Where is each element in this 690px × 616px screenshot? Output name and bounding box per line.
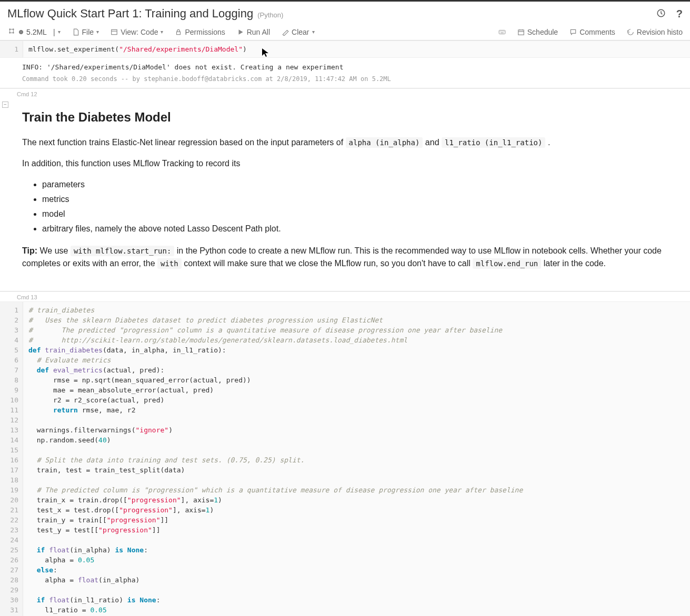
attach-icon bbox=[7, 27, 16, 37]
markdown-content[interactable]: Train the Diabetes Model The next functi… bbox=[0, 98, 690, 291]
inline-code: mlflow.end_run bbox=[473, 258, 541, 269]
revision-history-button[interactable]: Revision histo bbox=[627, 28, 683, 36]
clock-icon[interactable] bbox=[656, 8, 666, 19]
paragraph: In addition, this function uses MLflow T… bbox=[22, 157, 668, 170]
clear-menu[interactable]: Clear▾ bbox=[282, 28, 314, 36]
cluster-name: 5.2ML bbox=[26, 28, 47, 36]
paragraph: The next function trains Elastic-Net lin… bbox=[22, 136, 668, 149]
inline-code: with mlflow.start_run: bbox=[71, 246, 174, 256]
list-item: model bbox=[42, 208, 668, 220]
status-dot bbox=[19, 30, 23, 34]
inline-code: alpha (in_alpha) bbox=[346, 137, 423, 148]
cell-12: − Train the Diabetes Model The next func… bbox=[0, 98, 690, 291]
code-body[interactable]: # train_diabetes# Uses the sklearn Diabe… bbox=[23, 302, 690, 616]
permissions-button[interactable]: Permissions bbox=[175, 28, 225, 36]
cell-13: 1234567891011121314151617181920212223242… bbox=[0, 301, 690, 616]
inline-code: l1_ratio (in_l1_ratio) bbox=[442, 137, 545, 148]
svg-rect-7 bbox=[499, 30, 505, 34]
notebook-language: (Python) bbox=[257, 11, 283, 19]
inline-code: with bbox=[157, 258, 182, 269]
list-item: metrics bbox=[42, 193, 668, 206]
svg-rect-5 bbox=[112, 29, 117, 34]
svg-rect-8 bbox=[518, 29, 524, 34]
section-heading: Train the Diabetes Model bbox=[22, 108, 668, 127]
line-gutter: 1 bbox=[0, 41, 23, 57]
cmd-label-13: Cmd 13 bbox=[0, 291, 690, 301]
cell-11: 1 mlflow.set_experiment("/Shared/experim… bbox=[0, 41, 690, 88]
help-icon[interactable]: ? bbox=[676, 8, 683, 20]
cell-output: INFO: '/Shared/experiments/DiaModel' doe… bbox=[0, 58, 690, 73]
cluster-attach[interactable]: 5.2ML bbox=[7, 27, 47, 37]
list-item: arbitrary files, namely the above noted … bbox=[42, 223, 668, 235]
cell-meta: Command took 0.20 seconds -- by stephani… bbox=[0, 73, 690, 88]
svg-rect-6 bbox=[177, 32, 181, 34]
cmd-label-12: Cmd 12 bbox=[0, 88, 690, 98]
comments-button[interactable]: Comments bbox=[569, 28, 615, 36]
tip-paragraph: Tip: We use with mlflow.start_run: in th… bbox=[22, 245, 668, 270]
run-all-button[interactable]: Run All bbox=[237, 28, 270, 36]
detach-dropdown[interactable]: | ▾ bbox=[53, 28, 61, 36]
title-bar: MLflow Quick Start Part 1: Training and … bbox=[0, 0, 690, 25]
code-editor[interactable]: 1234567891011121314151617181920212223242… bbox=[0, 301, 690, 616]
code-body[interactable]: mlflow.set_experiment("/Shared/experimen… bbox=[23, 41, 690, 57]
list-item: parameters bbox=[42, 178, 668, 191]
tip-label: Tip: bbox=[22, 246, 37, 255]
keyboard-icon[interactable] bbox=[498, 28, 506, 36]
collapse-toggle[interactable]: − bbox=[2, 102, 8, 108]
file-menu[interactable]: File▾ bbox=[72, 28, 99, 36]
view-menu[interactable]: View: Code▾ bbox=[111, 28, 163, 36]
schedule-button[interactable]: Schedule bbox=[517, 28, 558, 36]
notebook-title[interactable]: MLflow Quick Start Part 1: Training and … bbox=[7, 7, 253, 21]
code-editor[interactable]: 1 mlflow.set_experiment("/Shared/experim… bbox=[0, 41, 690, 58]
bullet-list: parameters metrics model arbitrary files… bbox=[42, 178, 668, 235]
line-gutter: 1234567891011121314151617181920212223242… bbox=[0, 302, 23, 616]
toolbar: 5.2ML | ▾ File▾ View: Code▾ Permissions … bbox=[0, 25, 690, 41]
